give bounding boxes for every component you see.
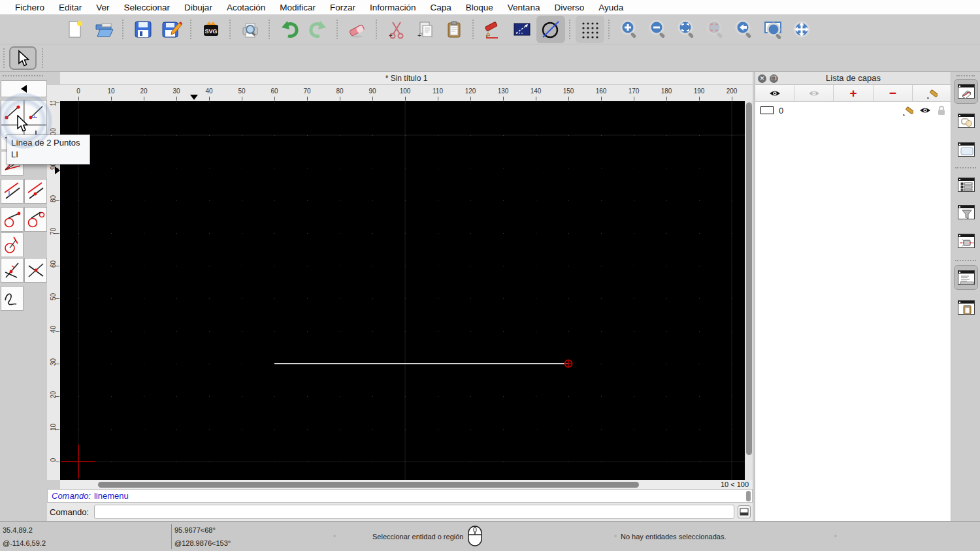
grid-dot [568, 266, 569, 266]
dock-entity-list-button[interactable] [954, 172, 978, 197]
zoom-window-button[interactable] [759, 16, 787, 43]
tool-line-parallel-distance[interactable] [1, 179, 24, 204]
undo-button[interactable] [275, 16, 304, 43]
grid-toggle-button[interactable] [576, 16, 604, 43]
show-all-layers-button[interactable] [755, 85, 794, 101]
palette-drag-handle[interactable] [3, 75, 43, 76]
close-panel-button[interactable]: ✕ [758, 74, 766, 83]
menu-item[interactable]: Capa [423, 3, 459, 12]
print-preview-button[interactable] [236, 16, 265, 43]
menu-item[interactable]: Ayuda [591, 3, 630, 12]
tool-line-angle[interactable] [24, 100, 47, 125]
dock-layer-list-button[interactable] [954, 79, 978, 104]
dock-entity-filter-button[interactable] [954, 200, 978, 225]
menu-item[interactable]: Dibujar [177, 3, 220, 12]
menu-item[interactable]: Acotación [220, 3, 272, 12]
new-document-button[interactable] [61, 16, 90, 43]
grid-dot [536, 200, 536, 201]
select-tool-button[interactable] [9, 46, 37, 70]
zoom-pan-button[interactable] [787, 16, 816, 43]
menu-item[interactable]: Seleccionar [117, 3, 178, 12]
layer-lock-icon[interactable] [937, 105, 946, 116]
delete-entity-button[interactable] [343, 16, 372, 43]
drawing-canvas[interactable] [60, 101, 745, 480]
layer-edit-pencil-icon[interactable] [902, 105, 913, 116]
dock-separator [955, 167, 976, 168]
h-ruler-tick [405, 97, 406, 101]
menu-item[interactable]: Modificar [272, 3, 323, 12]
grid-dot [699, 233, 700, 234]
cut-button[interactable]: + [382, 16, 411, 43]
layer-visibility-icon[interactable] [919, 106, 932, 115]
grid-dot [176, 298, 177, 299]
save-button[interactable] [129, 16, 157, 43]
menu-item[interactable]: Bloque [459, 3, 500, 12]
grid-dots-icon [580, 19, 600, 40]
grid-dot [732, 364, 732, 364]
menu-item[interactable]: Forzar [323, 3, 363, 12]
edit-layer-button[interactable] [913, 85, 951, 101]
grid-dot [568, 168, 569, 168]
command-history-scrollbar[interactable] [746, 491, 751, 501]
draw-circle-line-button[interactable] [536, 16, 565, 43]
tool-line-freehand[interactable] [1, 286, 24, 311]
toolbar-separator [376, 20, 378, 39]
h-ruler-label: 150 [559, 87, 578, 95]
hide-all-layers-button[interactable] [794, 85, 834, 101]
grid-dot [78, 298, 79, 299]
tool-line-two-points[interactable] [1, 100, 24, 125]
menu-item[interactable]: Editar [52, 3, 89, 12]
grid-dot [372, 331, 373, 332]
grid-dot [601, 200, 602, 201]
save-as-button[interactable] [157, 16, 186, 43]
command-dock-button[interactable] [738, 505, 751, 518]
pen-attributes-button[interactable] [479, 16, 508, 43]
paste-button[interactable] [440, 16, 468, 43]
dock-drag-handle[interactable] [956, 75, 975, 76]
export-svg-button[interactable]: SVG [197, 16, 225, 43]
open-file-button[interactable] [90, 16, 118, 43]
command-input[interactable] [94, 505, 734, 519]
dock-widget-button[interactable] [954, 228, 978, 253]
copy-button[interactable]: + [411, 16, 440, 43]
menu-item[interactable]: Ventana [500, 3, 547, 12]
grid-dot [601, 462, 602, 462]
dock-command-widget-button[interactable] [954, 265, 978, 290]
dock-block-list-button[interactable] [954, 108, 978, 133]
vertical-scrollbar-thumb[interactable] [746, 102, 752, 455]
layer-color-swatch[interactable] [760, 106, 774, 114]
dock-clipboard-button[interactable] [954, 295, 978, 320]
toolbar-drag-handle[interactable] [3, 48, 5, 68]
redo-button[interactable] [304, 16, 333, 43]
palette-back-button[interactable] [1, 80, 47, 97]
tool-line-orthogonal[interactable] [1, 258, 24, 283]
grid-dot [405, 266, 406, 266]
horizontal-scrollbar-thumb[interactable] [98, 482, 639, 488]
h-ruler-tick [536, 97, 536, 101]
menu-item[interactable]: Información [363, 3, 423, 12]
tool-line-relative-angle[interactable] [24, 258, 47, 283]
layer-row[interactable]: 0 [755, 103, 951, 118]
dock-library-browser-button[interactable] [954, 137, 978, 162]
tool-tangent-orthogonal[interactable] [1, 232, 24, 257]
grid-dot [176, 233, 177, 234]
line-attributes-button[interactable] [508, 16, 536, 43]
menu-item[interactable]: Ver [89, 3, 116, 12]
zoom-in-button[interactable] [615, 16, 644, 43]
grid-dot [470, 102, 471, 103]
zoom-out-button[interactable] [644, 16, 672, 43]
tool-tangent-two-circles[interactable] [24, 207, 47, 232]
tool-tangent-point-circle[interactable] [1, 207, 24, 232]
float-panel-button[interactable]: ❐ [770, 74, 778, 83]
menu-item[interactable]: Fichero [8, 3, 52, 12]
remove-layer-button[interactable]: − [874, 85, 913, 101]
zoom-previous-button[interactable] [730, 16, 759, 43]
add-layer-button[interactable]: + [834, 85, 873, 101]
horizontal-scrollbar[interactable]: 10 < 100 [60, 480, 753, 489]
tool-line-parallel-point[interactable] [24, 179, 47, 204]
vertical-scrollbar[interactable] [745, 101, 753, 480]
zoom-auto-button[interactable] [672, 16, 701, 43]
menu-item[interactable]: Diverso [547, 3, 591, 12]
h-ruler-tick [372, 97, 373, 101]
zoom-selected-button[interactable] [701, 16, 730, 43]
